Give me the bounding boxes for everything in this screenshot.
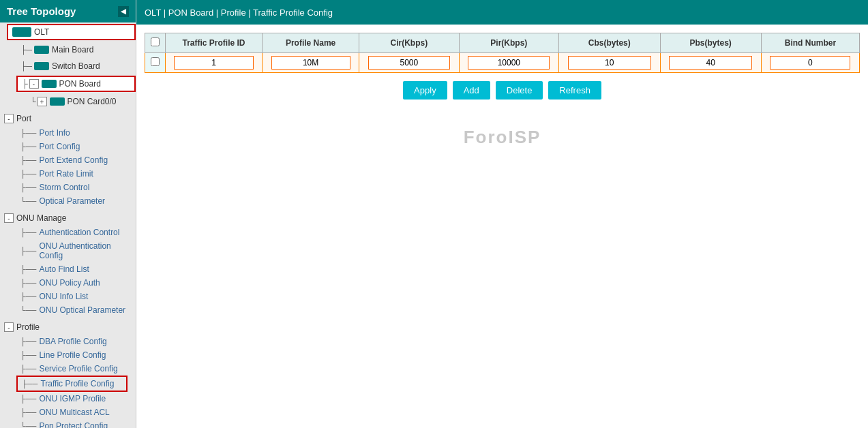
sidebar-item-auto-find-list[interactable]: ├──Auto Find List <box>16 262 136 276</box>
col-header-cir-kbps: Cir(Kbps) <box>359 33 460 53</box>
profile-section-header[interactable]: - Profile <box>0 320 136 335</box>
onu-section-label: ONU Manage <box>16 213 66 223</box>
col-header-pbs-bytes: Pbs(bytes) <box>660 33 761 53</box>
pon-board-icon <box>42 80 57 88</box>
tree-switch-board-item[interactable]: ├─ Switch Board <box>16 59 136 73</box>
sidebar-title: Tree Topology <box>7 5 76 17</box>
olt-label: OLT <box>34 27 49 37</box>
pon-card-icon <box>50 97 65 106</box>
sidebar: Tree Topology ◀ OLT ├─ Main Board ├─ Swi… <box>0 0 136 428</box>
sidebar-item-port-rate-limit[interactable]: ├──Port Rate Limit <box>16 167 136 181</box>
traffic-profile-table: Traffic Profile ID Profile Name Cir(Kbps… <box>145 33 860 73</box>
olt-icon <box>12 27 31 37</box>
cell-profile-name <box>263 53 359 73</box>
switch-board-label: Switch Board <box>52 61 100 71</box>
add-button[interactable]: Add <box>453 81 490 100</box>
tree-switch-board-node: ├─ Switch Board <box>0 58 136 74</box>
tree-pon-board-item[interactable]: ├ - PON Board <box>16 76 136 92</box>
col-header-checkbox <box>145 33 166 53</box>
profile-section-label: Profile <box>16 322 40 332</box>
input-pbs-bytes[interactable] <box>669 56 752 70</box>
sidebar-item-port-config[interactable]: ├──Port Config <box>16 140 136 153</box>
profile-section: - Profile ├──DBA Profile Config ├──Line … <box>0 318 136 428</box>
tree-main-board-node: ├─ Main Board <box>0 42 136 58</box>
apply-button[interactable]: Apply <box>403 81 447 100</box>
watermark-text: ForoISP <box>464 127 541 148</box>
tree-main-board-item[interactable]: ├─ Main Board <box>16 43 136 57</box>
main-content: OLT | PON Board | Profile | Traffic Prof… <box>136 0 868 428</box>
switch-board-icon <box>34 62 49 70</box>
sidebar-item-port-extend-config[interactable]: ├──Port Extend Config <box>16 153 136 167</box>
tree-pon-card-item[interactable]: └ + PON Card0/0 <box>26 95 136 108</box>
onu-section-header[interactable]: - ONU Manage <box>0 211 136 226</box>
collapse-sidebar-button[interactable]: ◀ <box>118 6 129 17</box>
cell-pir-kbps <box>459 53 558 73</box>
input-bind-number[interactable] <box>770 56 850 70</box>
sidebar-header: Tree Topology ◀ <box>0 0 136 22</box>
main-board-label: Main Board <box>52 45 93 55</box>
col-header-profile-name: Profile Name <box>263 33 359 53</box>
breadcrumb: OLT | PON Board | Profile | Traffic Prof… <box>136 0 868 25</box>
col-header-cbs-bytes: Cbs(bytes) <box>559 33 660 53</box>
pon-card-expander[interactable]: + <box>38 97 47 106</box>
onu-items-container: ├──Authentication Control ├──ONU Authent… <box>0 226 136 317</box>
sidebar-item-onu-igmp-profile[interactable]: ├──ONU IGMP Profile <box>16 392 136 406</box>
tree-pon-card-node: └ + PON Card0/0 <box>0 93 136 110</box>
cell-cbs-bytes <box>559 53 660 73</box>
sidebar-item-port-info[interactable]: ├──Port Info <box>16 126 136 140</box>
onu-section: - ONU Manage ├──Authentication Control ├… <box>0 209 136 318</box>
col-header-bind-number: Bind Number <box>761 33 859 53</box>
tree-pon-board-node: ├ - PON Board <box>0 74 136 93</box>
port-section: - Port ├──Port Info ├──Port Config ├──Po… <box>0 110 136 209</box>
sidebar-item-pon-protect-config[interactable]: └──Pon Protect Config <box>16 419 136 428</box>
sidebar-item-onu-policy-auth[interactable]: ├──ONU Policy Auth <box>16 276 136 290</box>
sidebar-item-service-profile[interactable]: ├──Service Profile Config <box>16 362 136 376</box>
sidebar-item-line-profile[interactable]: ├──Line Profile Config <box>16 348 136 362</box>
pon-board-expander[interactable]: - <box>29 79 39 89</box>
input-cbs-bytes[interactable] <box>568 56 651 70</box>
action-buttons: Apply Add Delete Refresh <box>145 81 860 100</box>
tree-olt-item[interactable]: OLT <box>7 24 136 40</box>
input-cir-kbps[interactable] <box>368 56 450 70</box>
watermark: ForoISP <box>145 100 860 175</box>
cell-cir-kbps <box>359 53 460 73</box>
profile-items-container: ├──DBA Profile Config ├──Line Profile Co… <box>0 335 136 428</box>
port-section-expander[interactable]: - <box>4 114 14 123</box>
tree-olt-node: OLT <box>0 22 136 42</box>
main-board-icon <box>34 46 49 54</box>
sidebar-item-onu-auth-config[interactable]: ├──ONU Authentication Config <box>16 239 136 262</box>
port-section-header[interactable]: - Port <box>0 111 136 126</box>
input-pir-kbps[interactable] <box>468 56 550 70</box>
cell-pbs-bytes <box>660 53 761 73</box>
port-section-label: Port <box>16 114 31 123</box>
cell-bind-number <box>761 53 859 73</box>
col-header-pir-kbps: Pir(Kbps) <box>459 33 558 53</box>
sidebar-item-traffic-profile[interactable]: ├──Traffic Profile Config <box>16 376 128 392</box>
row-checkbox[interactable] <box>151 57 160 66</box>
pon-board-label: PON Board <box>59 79 101 89</box>
col-header-traffic-profile-id: Traffic Profile ID <box>166 33 263 53</box>
sidebar-item-onu-optical-param[interactable]: └──ONU Optical Parameter <box>16 303 136 317</box>
refresh-button[interactable]: Refresh <box>548 81 601 100</box>
content-area: Traffic Profile ID Profile Name Cir(Kbps… <box>136 25 868 428</box>
row-checkbox-cell <box>145 53 166 73</box>
sidebar-item-auth-control[interactable]: ├──Authentication Control <box>16 226 136 239</box>
profile-section-expander[interactable]: - <box>4 322 14 332</box>
sidebar-item-onu-info-list[interactable]: ├──ONU Info List <box>16 290 136 303</box>
cell-traffic-profile-id <box>166 53 263 73</box>
input-traffic-profile-id[interactable] <box>174 56 253 70</box>
select-all-checkbox[interactable] <box>151 37 160 46</box>
breadcrumb-text: OLT | PON Board | Profile | Traffic Prof… <box>145 7 333 18</box>
table-row <box>145 53 860 73</box>
sidebar-item-dba-profile[interactable]: ├──DBA Profile Config <box>16 335 136 348</box>
sidebar-item-onu-multicast-acl[interactable]: ├──ONU Multicast ACL <box>16 406 136 419</box>
onu-section-expander[interactable]: - <box>4 213 14 223</box>
port-items-container: ├──Port Info ├──Port Config ├──Port Exte… <box>0 126 136 208</box>
pon-card-label: PON Card0/0 <box>68 97 117 106</box>
input-profile-name[interactable] <box>271 56 350 70</box>
sidebar-item-optical-parameter[interactable]: └──Optical Parameter <box>16 194 136 208</box>
table-container: Traffic Profile ID Profile Name Cir(Kbps… <box>145 33 860 73</box>
delete-button[interactable]: Delete <box>496 81 543 100</box>
sidebar-item-storm-control[interactable]: ├──Storm Control <box>16 181 136 194</box>
